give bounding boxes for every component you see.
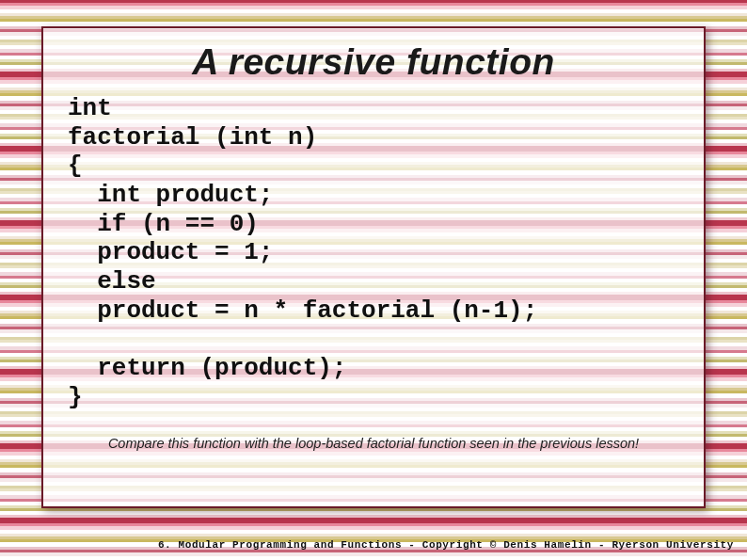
comparison-note: Compare this function with the loop-base… (66, 436, 681, 451)
footer-text: 6. Modular Programming and Functions - C… (158, 539, 734, 551)
slide-title: A recursive function (66, 41, 681, 83)
code-block: int factorial (int n) { int product; if … (68, 94, 681, 411)
content-panel: A recursive function int factorial (int … (41, 26, 706, 508)
